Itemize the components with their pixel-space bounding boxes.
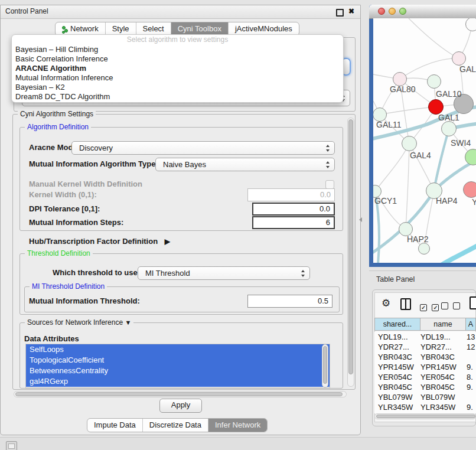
document-icon[interactable]: [470, 296, 476, 309]
splitpane-handle-icon[interactable]: [359, 217, 362, 222]
attributes-scrollbar[interactable]: [322, 344, 328, 387]
dropdown-item[interactable]: Bayesian – K2: [12, 83, 343, 92]
mi-type-value: Naive Bayes: [163, 160, 206, 169]
node-label: GAL: [459, 64, 476, 74]
bottom-strip: [0, 437, 476, 450]
apply-button[interactable]: Apply: [159, 399, 202, 413]
list-item[interactable]: BetweennessCentrality: [26, 366, 330, 376]
mi-threshold-value: 0.5: [318, 296, 328, 305]
data-attributes-list[interactable]: SelfLoops TopologicalCoefficient Between…: [25, 344, 330, 388]
panel-title: Control Panel: [5, 7, 48, 15]
tab-network[interactable]: Network: [56, 22, 106, 35]
table-panel-header: Table Panel: [369, 270, 476, 288]
list-item[interactable]: TopologicalCoefficient: [26, 355, 330, 366]
tab-infer-network[interactable]: Infer Network: [208, 419, 267, 432]
dropdown-item[interactable]: Mutual Information Inference: [12, 73, 343, 83]
node-label: GAL80: [390, 84, 416, 94]
table-horizontal-scrollbar[interactable]: [374, 413, 476, 419]
tab-impute-data[interactable]: Impute Data: [87, 419, 143, 432]
column-header-third[interactable]: A: [465, 318, 476, 331]
algorithm-definition-title: Algorithm Definition: [25, 123, 91, 131]
bottom-tabstrip: Impute Data Discretize Data Infer Networ…: [87, 418, 268, 432]
network-node[interactable]: [402, 136, 417, 151]
list-item[interactable]: gal4RGexp: [26, 376, 330, 387]
unchecked-box-icon: [441, 302, 448, 309]
gear-icon[interactable]: ⚙: [382, 297, 390, 309]
kernel-width-label: Kernel Width (0,1):: [29, 188, 97, 201]
tab-jactivemnodules[interactable]: jActiveMNodules: [229, 22, 299, 35]
dropdown-item-selected[interactable]: ARACNE Algorithm: [12, 64, 343, 73]
dpi-tolerance-field[interactable]: 0.0: [252, 203, 335, 216]
docked-panel-icon[interactable]: [6, 441, 17, 450]
mi-steps-value: 6: [326, 218, 330, 227]
minimize-traffic-light[interactable]: [389, 8, 396, 15]
dropdown-item[interactable]: Dream8 DC_TDC Algorithm: [12, 92, 343, 102]
kernel-width-field[interactable]: 0.0: [247, 188, 335, 201]
which-threshold-value: MI Threshold: [145, 269, 190, 278]
network-node[interactable]: [441, 121, 457, 136]
network-canvas[interactable]: GAL GAL80 GAL10 GAL1 GAL11 SWI4 GAL4 GCY…: [373, 18, 476, 263]
column-header-shared[interactable]: shared...: [374, 318, 420, 331]
tab-cyni-toolbox[interactable]: Cyni Toolbox: [171, 22, 229, 35]
collapse-down-icon: ▼: [125, 319, 131, 326]
dpi-tolerance-value: 0.0: [319, 204, 330, 213]
network-window-titlebar[interactable]: [369, 5, 476, 19]
network-icon: [62, 26, 68, 32]
threshold-definition-title: Threshold Definition: [25, 249, 93, 257]
which-threshold-label: Which threshold to use:: [53, 266, 140, 279]
settings-vertical-scrollbar[interactable]: [347, 118, 354, 387]
mi-threshold-group-title: MI Threshold Definition: [30, 282, 107, 291]
node-label: Y: [472, 197, 476, 207]
cyni-settings-title: Cyni Algorithm Settings: [18, 110, 96, 118]
tab-label: Cyni Toolbox: [178, 22, 221, 35]
dropdown-item[interactable]: Basic Correlation Inference: [12, 54, 343, 64]
node-label: GCY1: [374, 196, 397, 206]
tab-label: jActiveMNodules: [235, 22, 292, 35]
tab-discretize-data[interactable]: Discretize Data: [143, 419, 208, 432]
aracne-mode-value: Discovery: [79, 144, 113, 152]
node-label: GAL11: [376, 120, 402, 129]
column-header-name[interactable]: name: [420, 318, 466, 331]
settings-horizontal-scrollbar[interactable]: [14, 391, 347, 397]
list-item[interactable]: SelfLoops: [26, 344, 330, 355]
mi-threshold-field[interactable]: 0.5: [247, 295, 332, 308]
tab-label: Select: [143, 22, 164, 35]
table-rows[interactable]: YDL19...YDL19...13 YDR27...YDR27...12 YB…: [374, 332, 476, 413]
close-traffic-light[interactable]: [378, 8, 385, 15]
sources-title: Sources for Network Inference: [27, 318, 123, 327]
which-threshold-combo[interactable]: MI Threshold: [138, 266, 310, 280]
select-all-checks-icon[interactable]: ✓ ✓: [420, 301, 439, 312]
dropdown-item[interactable]: Bayesian – Hill Climbing: [12, 45, 343, 54]
manual-kernel-checkbox[interactable]: [325, 180, 334, 189]
tab-label: Infer Network: [215, 419, 260, 432]
mi-type-label: Mutual Information Algorithm Type:: [29, 158, 158, 171]
expand-right-icon: ▶: [165, 237, 170, 246]
node-label: GAL1: [438, 113, 459, 122]
network-view-window: GAL GAL80 GAL10 GAL1 GAL11 SWI4 GAL4 GCY…: [369, 5, 476, 267]
mi-steps-label: Mutual Information Steps:: [29, 216, 123, 229]
combo-arrows-icon: [301, 270, 305, 277]
network-node[interactable]: [427, 74, 441, 89]
mi-type-combo[interactable]: Naive Bayes: [155, 158, 335, 171]
tab-label: Style: [112, 22, 129, 35]
close-icon[interactable]: ✖: [348, 7, 354, 15]
deselect-all-checks-icon[interactable]: [441, 301, 460, 312]
hub-definition-toggle[interactable]: Hub/Transcription Factor Definition ▶: [29, 235, 170, 248]
network-node[interactable]: [463, 181, 476, 198]
node-label: HAP2: [407, 234, 429, 244]
network-node[interactable]: [452, 51, 466, 66]
columns-icon[interactable]: [400, 298, 411, 310]
sources-toggle[interactable]: Sources for Network Inference ▼: [25, 318, 133, 327]
mi-steps-field[interactable]: 6: [252, 216, 335, 229]
aracne-mode-combo[interactable]: Discovery: [71, 141, 335, 155]
algorithm-dropdown-popup: Select algorithm to view settings Bayesi…: [11, 34, 344, 103]
network-node[interactable]: [418, 243, 430, 255]
tab-style[interactable]: Style: [106, 22, 136, 35]
float-panel-icon[interactable]: [336, 9, 344, 17]
apply-label: Apply: [171, 400, 191, 409]
checked-box-icon: ✓: [432, 304, 439, 311]
node-label: SWI4: [451, 138, 471, 148]
zoom-traffic-light[interactable]: [399, 8, 406, 15]
combo-arrows-icon: [326, 145, 330, 152]
tab-select[interactable]: Select: [136, 22, 171, 35]
